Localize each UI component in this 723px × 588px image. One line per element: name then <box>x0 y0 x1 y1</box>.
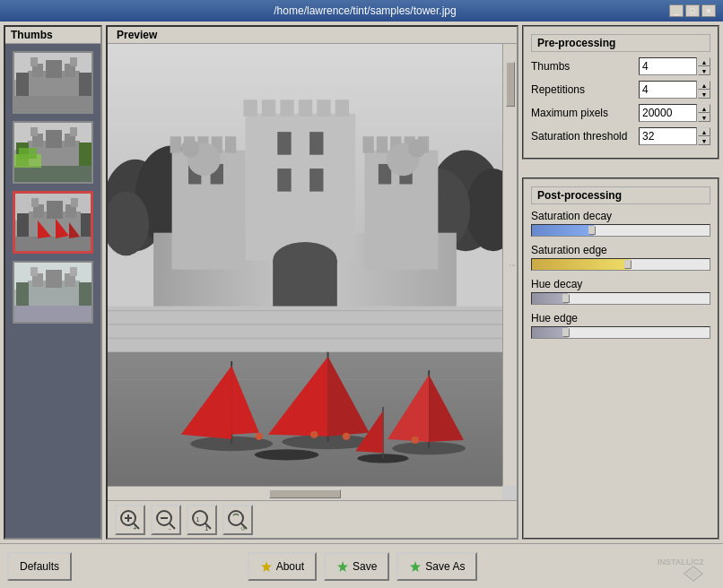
huedecay-label: Hue decay <box>531 278 710 290</box>
svg-rect-36 <box>17 213 29 237</box>
svg-point-91 <box>273 242 337 279</box>
svg-rect-80 <box>377 136 388 152</box>
svg-point-119 <box>412 437 419 444</box>
svg-rect-17 <box>30 127 38 136</box>
thumbs-increment[interactable]: ▲ <box>698 57 710 66</box>
svg-rect-48 <box>79 282 91 306</box>
repetitions-field-row: Repetitions ▲ ▼ <box>531 81 710 99</box>
horizontal-scrollbar[interactable] <box>108 486 502 500</box>
svg-point-89 <box>408 139 426 157</box>
svg-rect-10 <box>79 73 91 96</box>
save-button[interactable]: Save <box>324 552 389 581</box>
hueedge-slider[interactable] <box>531 326 710 339</box>
center-panel: Preview <box>106 25 518 540</box>
svg-point-118 <box>343 433 350 440</box>
svg-rect-44 <box>30 267 38 276</box>
satedge-slider[interactable] <box>531 258 710 271</box>
vertical-scrollbar[interactable]: ⋮ <box>502 44 517 486</box>
maxpixels-input[interactable] <box>639 104 697 122</box>
satthreshold-field-row: Saturation threshold ▲ ▼ <box>531 127 710 145</box>
save-as-icon <box>409 560 422 573</box>
thumbs-list <box>5 44 100 331</box>
svg-rect-66 <box>280 99 293 116</box>
svg-rect-47 <box>16 282 29 306</box>
svg-rect-63 <box>309 169 323 192</box>
svg-rect-68 <box>317 99 330 116</box>
svg-rect-8 <box>14 96 93 114</box>
repetitions-increment[interactable]: ▲ <box>698 81 710 90</box>
hueedge-label: Hue edge <box>531 312 710 324</box>
svg-rect-7 <box>70 57 77 66</box>
thumbs-tab[interactable]: Thumbs <box>5 27 100 44</box>
save-as-button[interactable]: Save As <box>396 552 477 581</box>
svg-rect-65 <box>262 99 275 116</box>
window-title: /home/lawrence/tint/samples/tower.jpg <box>61 4 669 17</box>
svg-rect-19 <box>14 166 93 184</box>
maximize-button[interactable]: □ <box>685 4 700 17</box>
thumb-item-3[interactable] <box>13 191 93 254</box>
zoom-toolbar: + - 1 1 <box>108 500 517 538</box>
about-button[interactable]: About <box>248 552 317 581</box>
svg-rect-64 <box>243 99 257 116</box>
svg-rect-43 <box>46 270 62 288</box>
preview-tab[interactable]: Preview <box>108 27 517 44</box>
satdecay-label: Saturation decay <box>531 210 710 222</box>
zoom-in-button[interactable]: + <box>115 505 145 535</box>
repetitions-decrement[interactable]: ▼ <box>698 90 710 99</box>
thumb-item-1[interactable] <box>13 51 93 114</box>
maxpixels-field-row: Maximum pixels ▲ ▼ <box>531 104 710 122</box>
svg-rect-59 <box>245 114 355 261</box>
zoom-out-button[interactable]: - <box>151 505 181 535</box>
svg-rect-67 <box>299 99 312 116</box>
svg-point-133 <box>229 511 243 525</box>
svg-rect-29 <box>47 201 63 219</box>
close-button[interactable]: × <box>701 4 716 17</box>
maxpixels-decrement[interactable]: ▼ <box>698 113 710 122</box>
svg-marker-138 <box>410 561 421 572</box>
right-panel: Pre-processing Thumbs ▲ ▼ Repetitions <box>522 25 719 540</box>
satthreshold-input[interactable] <box>639 127 697 145</box>
bottom-bar: Defaults About Save Save As INSTALL/CZ <box>0 543 723 588</box>
defaults-button[interactable]: Defaults <box>7 552 72 581</box>
postproc-box: Post-processing Saturation decay Saturat… <box>522 177 719 540</box>
svg-rect-92 <box>108 307 502 352</box>
satdecay-slider[interactable] <box>531 224 710 237</box>
thumbs-label: Thumbs <box>531 60 570 73</box>
thumbs-field-row: Thumbs ▲ ▼ <box>531 57 710 75</box>
svg-rect-79 <box>362 136 373 152</box>
svg-rect-9 <box>16 73 29 96</box>
zoom-fit-button[interactable]: 1 1 <box>187 505 217 535</box>
svg-rect-62 <box>277 169 291 192</box>
thumb-item-2[interactable] <box>13 121 93 184</box>
watermark-icon: INSTALL/CZ <box>653 547 716 586</box>
main-container: Thumbs <box>0 22 723 543</box>
satthreshold-decrement[interactable]: ▼ <box>698 136 710 145</box>
thumbs-input[interactable] <box>639 57 697 75</box>
maxpixels-increment[interactable]: ▲ <box>698 104 710 113</box>
thumb-item-4[interactable] <box>13 261 93 324</box>
thumbs-decrement[interactable]: ▼ <box>698 66 710 75</box>
repetitions-input[interactable] <box>639 81 697 99</box>
svg-point-116 <box>256 433 263 440</box>
minimize-button[interactable]: _ <box>669 4 684 17</box>
svg-rect-37 <box>81 213 92 237</box>
zoom-reset-button[interactable]: ↺ <box>222 505 253 535</box>
preview-image <box>108 44 502 486</box>
svg-rect-60 <box>277 132 291 155</box>
svg-rect-30 <box>31 198 39 207</box>
repetitions-label: Repetitions <box>531 83 585 96</box>
svg-rect-61 <box>309 132 323 155</box>
svg-rect-32 <box>15 237 93 254</box>
svg-rect-6 <box>30 57 38 66</box>
bottom-center: About Save Save As <box>248 552 478 581</box>
about-star-icon <box>260 560 273 573</box>
satthreshold-increment[interactable]: ▲ <box>698 127 710 136</box>
svg-text:↺: ↺ <box>240 525 246 532</box>
satdecay-section: Saturation decay <box>531 210 710 237</box>
svg-marker-137 <box>337 561 348 572</box>
huedecay-slider[interactable] <box>531 292 710 305</box>
preproc-box: Pre-processing Thumbs ▲ ▼ Repetitions <box>522 25 719 160</box>
preview-area: ⋮ <box>108 44 517 500</box>
svg-rect-23 <box>19 148 37 159</box>
hueedge-section: Hue edge <box>531 312 710 339</box>
